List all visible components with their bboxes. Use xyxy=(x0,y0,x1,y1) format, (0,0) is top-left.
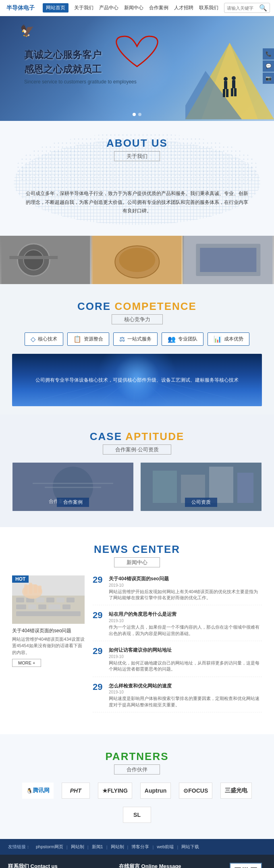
phone-side-icon[interactable]: 📞 xyxy=(263,48,274,60)
footer-bottom: 联系我们 Contact us 📞 服务热线：400-888-8888 ✉ 邮箱… xyxy=(0,855,274,868)
footer-nav-label: 友情链接： xyxy=(8,844,30,850)
svg-rect-22 xyxy=(200,248,257,272)
news-hot-title[interactable]: 关于404错误页面的seo问题 xyxy=(12,627,85,634)
svg-rect-51 xyxy=(48,604,60,609)
news-item-3: 29 如何让访客建议你的网站地址 2019-10 网站优化，如何正确地建议自己的… xyxy=(93,647,262,677)
search-input[interactable] xyxy=(227,6,259,10)
tab-resource[interactable]: 📋 资源整合 xyxy=(67,332,109,346)
news-title-3[interactable]: 如何让访客建议你的网站地址 xyxy=(109,647,262,654)
news-title-4[interactable]: 怎么样检查和优化网站的速度 xyxy=(109,683,262,689)
news-more-button[interactable]: MORE + xyxy=(12,659,41,667)
partner-ssg[interactable]: 三盛光电 xyxy=(220,783,252,799)
footer-nav-item-4[interactable]: 博客分享 xyxy=(131,844,149,850)
nav-contact[interactable]: 联系我们 xyxy=(199,4,218,11)
news-meta-1: 2019-10 xyxy=(109,583,262,588)
svg-rect-48 xyxy=(16,604,26,609)
news-title-2[interactable]: 站在用户的角度思考什么是运营 xyxy=(109,611,262,618)
partner-focus[interactable]: ⊙FOCUS xyxy=(179,783,212,799)
core-title: CORE COMPETENCE 核心竞争力 xyxy=(12,300,262,324)
svg-rect-16 xyxy=(9,256,58,259)
footer-nav-item-6[interactable]: 网站下载 xyxy=(181,844,199,850)
nav-home[interactable]: 网站首页 xyxy=(43,3,68,12)
partner-pht[interactable]: PHT xyxy=(62,783,90,799)
footer-nav-item-5[interactable]: web前端 xyxy=(157,844,174,850)
footer-message-form: 在线留言 Online Message 提交 xyxy=(119,863,222,868)
case-title-en: CASE APTITUDE xyxy=(12,430,262,443)
search-box[interactable]: 🔍 xyxy=(224,3,270,13)
tab-team[interactable]: 👥 专业团队 xyxy=(162,332,203,346)
nav-cases[interactable]: 合作案例 xyxy=(149,4,168,11)
tab-resource-label: 资源整合 xyxy=(84,336,103,343)
partners-title-cn: 合作伙伴 xyxy=(127,766,147,772)
news-hot-photo xyxy=(12,575,85,624)
footer-contact-title: 联系我们 Contact us xyxy=(8,863,111,868)
news-desc-2: 作为一个运营人员，如果你是一个不懂内容的人，那么你在这个领域中很难有出色的表现，… xyxy=(109,624,262,637)
chat-side-icon[interactable]: 💬 xyxy=(263,60,274,72)
core-tabs: ◇ 核心技术 📋 资源整合 ⚖ 一站式服务 👥 专业团队 📊 成本优势 xyxy=(12,332,262,346)
footer-nav-item-3[interactable]: 网站制 xyxy=(111,844,124,850)
people-decoration xyxy=(218,75,242,109)
footer-message-title: 在线留言 Online Message xyxy=(119,863,222,868)
nav-news[interactable]: 新闻中心 xyxy=(124,4,143,11)
news-desc-3: 网站优化，如何正确地建议自己的网站地址，从而获得更多的访问量，这是每个网站运营者… xyxy=(109,660,262,673)
svg-rect-44 xyxy=(36,598,44,602)
svg-rect-42 xyxy=(16,598,24,602)
svg-rect-49 xyxy=(28,604,36,609)
case-card-2[interactable]: 公司资质 xyxy=(140,463,262,511)
core-section: CORE COMPETENCE 核心竞争力 ◇ 核心技术 📋 资源整合 ⚖ 一站… xyxy=(0,284,274,414)
case-card-1[interactable]: 合作案例 合作案例 xyxy=(12,463,134,511)
hero-dot-1[interactable] xyxy=(133,113,136,116)
resource-icon: 📋 xyxy=(73,335,81,343)
svg-rect-56 xyxy=(29,583,32,594)
news-title-cn: 新闻中心 xyxy=(127,559,147,565)
hero-text-block: 真诚之心服务客户 感恩之心成就员工 Sincere service to cus… xyxy=(24,48,137,85)
tab-oneStop[interactable]: ⚖ 一站式服务 xyxy=(113,332,158,346)
partner-auptrun[interactable]: Auptrun xyxy=(140,783,171,799)
core-title-cn: 核心竞争力 xyxy=(124,316,150,322)
footer-nav-item-0[interactable]: phpstorm网页 xyxy=(36,844,63,850)
svg-rect-45 xyxy=(46,598,54,602)
partner-tencent[interactable]: 🐧 腾讯网 xyxy=(22,783,54,799)
footer-nav-item-1[interactable]: 网站制 xyxy=(71,844,84,850)
footer-contact: 联系我们 Contact us 📞 服务热线：400-888-8888 ✉ 邮箱… xyxy=(8,863,111,868)
nav-about[interactable]: 关于我们 xyxy=(74,4,93,11)
news-date-4: 29 xyxy=(93,683,105,708)
tab-oneStop-label: 一站式服务 xyxy=(127,336,152,343)
cost-icon: 📊 xyxy=(214,335,222,343)
diamond-icon: ◇ xyxy=(31,335,35,343)
news-section: NEWS CENTER 新闻中心 xyxy=(0,527,274,734)
partners-title: PARTNERS 合作伙伴 xyxy=(12,750,262,775)
about-title-box: 关于我们 xyxy=(114,151,160,161)
svg-rect-8 xyxy=(232,80,235,88)
qr-svg xyxy=(233,866,259,868)
nav-talent[interactable]: 人才招聘 xyxy=(174,4,193,11)
partner-sl[interactable]: SL xyxy=(123,807,151,823)
partner-flying[interactable]: ★FLYING xyxy=(98,783,132,799)
search-icon[interactable]: 🔍 xyxy=(259,4,267,12)
news-hot-img: HOT xyxy=(12,575,85,624)
news-item-1: 29 关于404错误页面的seo问题 2019-10 网站运营维护开始后发现如何… xyxy=(93,575,262,606)
svg-point-19 xyxy=(119,248,155,272)
footer-nav-item-2[interactable]: 新闻1 xyxy=(92,844,103,850)
svg-point-3 xyxy=(224,77,228,81)
eagle-icon: 🦅 xyxy=(20,24,34,37)
svg-rect-52 xyxy=(62,604,71,609)
svg-rect-10 xyxy=(234,88,237,96)
news-title-1[interactable]: 关于404错误页面的seo问题 xyxy=(109,575,262,582)
core-title-box: 核心竞争力 xyxy=(112,314,163,324)
hero-dot-2[interactable] xyxy=(138,113,141,116)
case-section: CASE APTITUDE 合作案例·公司资质 合作案例 合作案例 xyxy=(0,414,274,527)
qr-side-icon[interactable]: 📷 xyxy=(263,73,274,84)
hero-pagination xyxy=(133,113,141,116)
about-title-en: ABOUT US xyxy=(12,137,262,150)
nav-products[interactable]: 产品中心 xyxy=(99,4,118,11)
news-content: HOT 关于404错误页面的seo问题 网站运营维护404错误页面434设置设置… xyxy=(12,575,262,718)
news-desc-1: 网站运营维护开始后发现如何网站上有关404错误页面的优化技术主要是指为了网站能够… xyxy=(109,589,262,601)
tab-core-tech[interactable]: ◇ 核心技术 xyxy=(25,332,63,346)
hero-title: 真诚之心服务客户 xyxy=(24,48,137,61)
photo-tech xyxy=(183,236,274,284)
core-title-en: CORE COMPETENCE xyxy=(12,300,262,313)
case-card-1-label: 合作案例 xyxy=(57,498,89,507)
news-date-3: 29 xyxy=(93,647,105,673)
tab-cost[interactable]: 📊 成本优势 xyxy=(208,332,249,346)
